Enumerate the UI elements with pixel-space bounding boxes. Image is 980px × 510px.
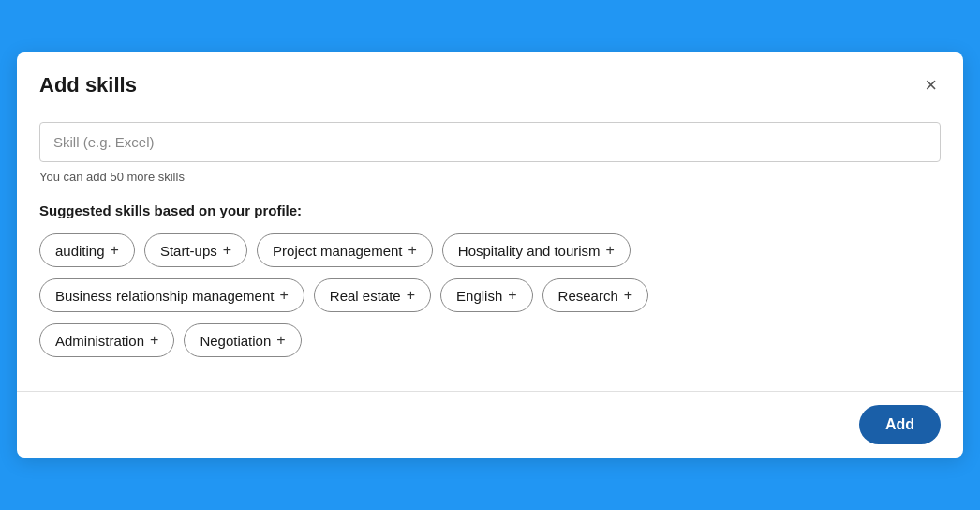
add-button[interactable]: Add [859, 405, 941, 444]
plus-icon: + [606, 242, 615, 259]
add-skills-modal: Add skills × You can add 50 more skills … [17, 52, 963, 458]
skill-chip-negotiation[interactable]: Negotiation + [184, 323, 301, 357]
skill-label: Research [558, 288, 618, 304]
plus-icon: + [407, 287, 415, 304]
modal-footer: Add [17, 392, 963, 458]
skill-chip-research[interactable]: Research + [542, 278, 649, 312]
plus-icon: + [111, 242, 119, 259]
plus-icon: + [624, 287, 632, 304]
skill-chip-administration[interactable]: Administration + [39, 323, 174, 357]
skills-row-1: auditing + Start-ups + Project managemen… [39, 233, 941, 267]
plus-icon: + [276, 332, 285, 349]
skill-label: Negotiation [200, 333, 271, 349]
skill-chip-business-relationship[interactable]: Business relationship management + [39, 278, 304, 312]
skill-label: English [456, 288, 502, 304]
skills-row-2: Business relationship management + Real … [39, 278, 941, 312]
skill-chip-english[interactable]: English + [440, 278, 533, 312]
skill-label: Business relationship management [55, 288, 274, 304]
skill-chip-real-estate[interactable]: Real estate + [314, 278, 431, 312]
close-button[interactable]: × [921, 71, 941, 99]
skill-input[interactable] [39, 122, 941, 162]
skill-label: Start-ups [160, 243, 217, 259]
plus-icon: + [223, 242, 231, 259]
plus-icon: + [508, 287, 516, 304]
modal-backdrop: Add skills × You can add 50 more skills … [0, 0, 980, 510]
skills-row-3: Administration + Negotiation + [39, 323, 941, 357]
skill-label: Administration [55, 333, 144, 349]
skill-chip-hospitality-tourism[interactable]: Hospitality and tourism + [442, 233, 631, 267]
skill-label: auditing [55, 243, 105, 259]
skills-rows: auditing + Start-ups + Project managemen… [39, 233, 941, 357]
skill-chip-startups[interactable]: Start-ups + [144, 233, 247, 267]
skill-chip-auditing[interactable]: auditing + [39, 233, 135, 267]
plus-icon: + [279, 287, 288, 304]
plus-icon: + [408, 242, 417, 259]
modal-header: Add skills × [17, 52, 963, 114]
skills-limit-text: You can add 50 more skills [39, 170, 941, 184]
modal-body: You can add 50 more skills Suggested ski… [17, 114, 963, 376]
skill-label: Real estate [330, 288, 401, 304]
modal-title: Add skills [39, 73, 137, 98]
skill-label: Project management [273, 243, 402, 259]
suggested-label: Suggested skills based on your profile: [39, 202, 941, 218]
skill-chip-project-management[interactable]: Project management + [257, 233, 433, 267]
plus-icon: + [150, 332, 158, 349]
skill-label: Hospitality and tourism [458, 243, 601, 259]
